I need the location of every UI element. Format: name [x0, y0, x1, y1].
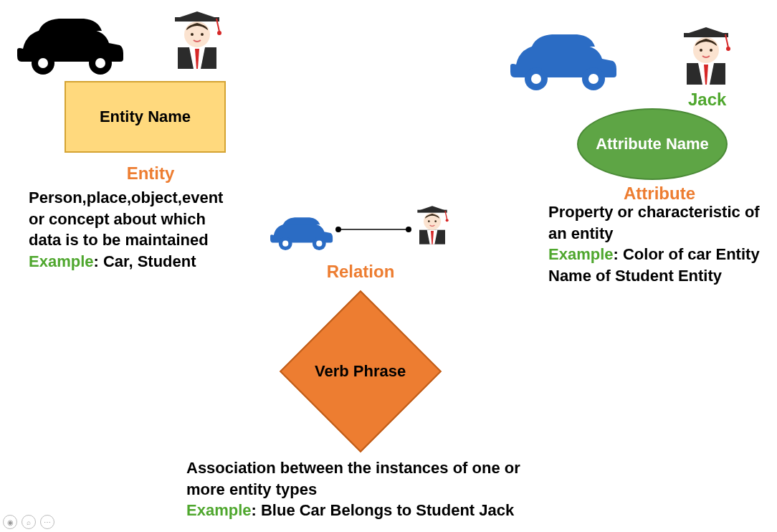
svg-rect-36: [417, 210, 447, 213]
relation-heading: Relation: [321, 262, 400, 282]
svg-point-38: [446, 219, 449, 222]
svg-point-7: [201, 33, 204, 36]
relation-diamond: Verb Phrase: [280, 290, 441, 452]
entity-heading: Entity: [115, 163, 186, 184]
svg-rect-21: [684, 33, 728, 37]
student-icon: [674, 20, 738, 92]
relation-diamond-label: Verb Phrase: [315, 361, 406, 380]
control-more[interactable]: ⋯: [40, 515, 54, 529]
svg-rect-9: [175, 17, 219, 22]
svg-point-23: [726, 47, 730, 51]
attribute-ellipse: Attribute Name: [577, 108, 728, 180]
svg-point-27: [316, 241, 322, 247]
attribute-description: Property or characteristic of an entity …: [548, 201, 777, 287]
attribute-jack-label: Jack: [688, 90, 726, 110]
control-zoom[interactable]: ⌕: [22, 515, 36, 529]
svg-point-15: [588, 74, 599, 84]
svg-point-33: [428, 220, 430, 222]
student-small-icon: [411, 199, 454, 251]
svg-point-19: [710, 49, 712, 52]
slide-controls: ◉ ⌕ ⋯: [3, 515, 54, 529]
svg-point-6: [191, 33, 194, 36]
relation-description: Association between the instances of one…: [186, 457, 559, 521]
car-blue-small-icon: [265, 208, 337, 254]
svg-point-1: [38, 58, 48, 68]
car-blue-icon: [502, 22, 624, 93]
student-icon: [165, 4, 229, 76]
svg-point-18: [700, 49, 702, 52]
entity-box-label: Entity Name: [100, 108, 191, 126]
svg-point-11: [217, 31, 221, 35]
control-annotate[interactable]: ◉: [3, 515, 17, 529]
relation-connector: [334, 224, 413, 235]
svg-point-25: [282, 241, 288, 247]
svg-point-34: [434, 220, 437, 222]
car-black-icon: [9, 6, 130, 77]
svg-point-29: [335, 227, 341, 232]
entity-box: Entity Name: [65, 81, 226, 153]
svg-point-13: [531, 74, 541, 84]
entity-description: Person,place,object,event or concept abo…: [29, 187, 258, 272]
svg-point-3: [95, 58, 105, 68]
attribute-ellipse-label: Attribute Name: [583, 135, 722, 153]
attribute-heading: Attribute: [616, 184, 702, 204]
